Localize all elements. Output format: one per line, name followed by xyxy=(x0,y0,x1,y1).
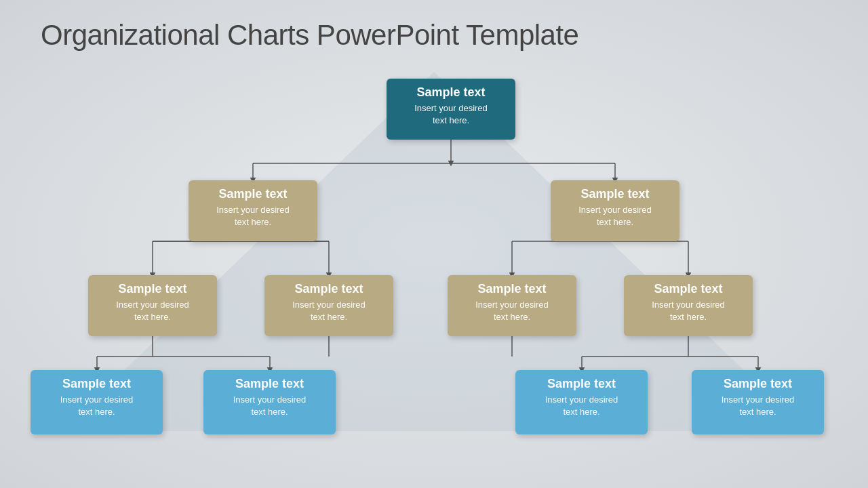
box-l3-ll-title: Sample text xyxy=(40,377,153,391)
box-l2-rl[interactable]: Sample text Insert your desiredtext here… xyxy=(448,275,576,336)
box-l2-lr-sub: Insert your desiredtext here. xyxy=(274,299,384,323)
box-l2-ll-title: Sample text xyxy=(98,282,208,296)
box-l3-rl-title: Sample text xyxy=(525,377,638,391)
box-l2-rr-title: Sample text xyxy=(633,282,743,296)
box-l1-left-sub: Insert your desiredtext here. xyxy=(198,204,308,228)
box-l3-lr[interactable]: Sample text Insert your desiredtext here… xyxy=(203,370,336,434)
box-l3-ll[interactable]: Sample text Insert your desiredtext here… xyxy=(31,370,163,434)
box-l3-lr-sub: Insert your desiredtext here. xyxy=(213,394,326,418)
box-l3-rr[interactable]: Sample text Insert your desiredtext here… xyxy=(692,370,824,434)
box-l2-lr-title: Sample text xyxy=(274,282,384,296)
box-l2-rl-title: Sample text xyxy=(457,282,567,296)
box-l2-lr[interactable]: Sample text Insert your desiredtext here… xyxy=(264,275,393,336)
box-l2-rr[interactable]: Sample text Insert your desiredtext here… xyxy=(624,275,753,336)
box-l1-right-title: Sample text xyxy=(560,187,670,201)
box-l1-right[interactable]: Sample text Insert your desiredtext here… xyxy=(551,180,679,241)
box-l3-lr-title: Sample text xyxy=(213,377,326,391)
box-l2-rr-sub: Insert your desiredtext here. xyxy=(633,299,743,323)
box-l3-rr-sub: Insert your desiredtext here. xyxy=(701,394,814,418)
box-root[interactable]: Sample text Insert your desiredtext here… xyxy=(387,79,515,140)
chart-area: Sample text Insert your desiredtext here… xyxy=(0,58,868,479)
box-l1-left[interactable]: Sample text Insert your desiredtext here… xyxy=(189,180,317,241)
box-l1-right-sub: Insert your desiredtext here. xyxy=(560,204,670,228)
page-title: Organizational Charts PowerPoint Templat… xyxy=(0,0,868,52)
box-l2-ll-sub: Insert your desiredtext here. xyxy=(98,299,208,323)
box-l3-rl[interactable]: Sample text Insert your desiredtext here… xyxy=(515,370,648,434)
box-l2-rl-sub: Insert your desiredtext here. xyxy=(457,299,567,323)
box-l1-left-title: Sample text xyxy=(198,187,308,201)
box-l2-ll[interactable]: Sample text Insert your desiredtext here… xyxy=(88,275,217,336)
box-l3-ll-sub: Insert your desiredtext here. xyxy=(40,394,153,418)
box-l3-rr-title: Sample text xyxy=(701,377,814,391)
box-root-title: Sample text xyxy=(396,85,506,100)
box-l3-rl-sub: Insert your desiredtext here. xyxy=(525,394,638,418)
box-root-sub: Insert your desiredtext here. xyxy=(396,102,506,127)
